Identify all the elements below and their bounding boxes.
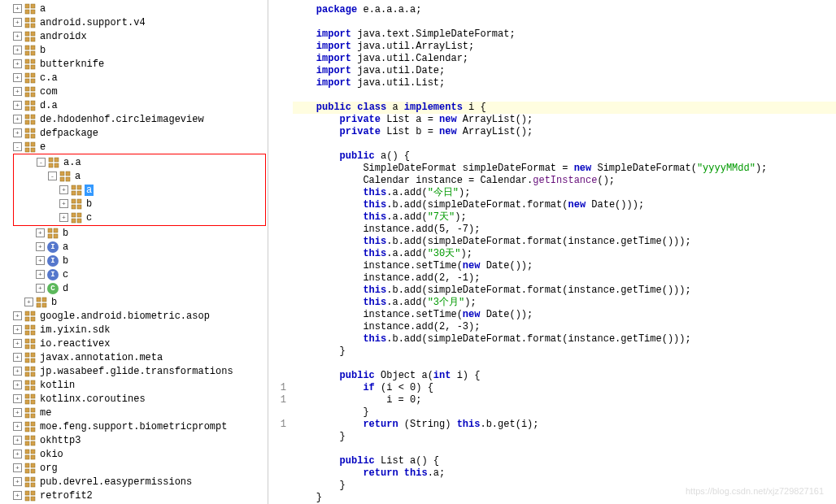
svg-rect-120 <box>25 477 29 481</box>
package-icon <box>24 366 36 377</box>
tree-item[interactable]: +butterknife <box>2 57 266 71</box>
tree-toggle-icon[interactable]: + <box>36 228 45 237</box>
tree-toggle-icon[interactable]: + <box>13 436 22 445</box>
code-gutter: 111 <box>268 0 293 504</box>
package-icon <box>24 435 36 446</box>
tree-item[interactable]: +b <box>14 197 265 211</box>
svg-rect-52 <box>72 185 76 189</box>
tree-toggle-icon[interactable]: + <box>13 450 22 458</box>
code-editor-panel[interactable]: 111 package e.a.a.a.a; import java.text.… <box>268 0 836 504</box>
tree-toggle-icon[interactable]: + <box>13 408 22 417</box>
tree-item[interactable]: +okhttp3 <box>2 433 266 447</box>
tree-item[interactable]: +a <box>2 2 266 15</box>
tree-toggle-icon[interactable]: + <box>13 87 22 96</box>
tree-item[interactable]: +com <box>2 85 266 98</box>
tree-item[interactable]: +Ib <box>2 254 266 267</box>
tree-item[interactable]: +de.hdodenhof.circleimageview <box>2 112 266 126</box>
tree-toggle-icon[interactable]: + <box>13 4 22 13</box>
code-line: this.b.add(simpleDateFormat.format(insta… <box>293 285 836 297</box>
code-line: } <box>293 431 836 443</box>
tree-toggle-icon[interactable]: + <box>13 115 22 124</box>
tree-item-label: jp.wasabeef.glide.transformations <box>38 366 235 377</box>
code-area[interactable]: package e.a.a.a.a; import java.text.Simp… <box>293 0 836 504</box>
tree-toggle-icon[interactable]: + <box>13 46 22 54</box>
tree-item[interactable]: +im.yixin.sdk <box>2 323 266 337</box>
svg-rect-59 <box>77 205 81 209</box>
svg-rect-101 <box>31 408 35 412</box>
tree-toggle-icon[interactable]: + <box>13 422 22 431</box>
tree-toggle-icon[interactable]: + <box>59 185 68 194</box>
tree-item[interactable]: +android.support.v4 <box>2 15 266 29</box>
tree-toggle-icon[interactable]: - <box>13 142 22 151</box>
tree-item[interactable]: -a.a <box>14 155 265 169</box>
package-tree-panel[interactable]: +a+android.support.v4+androidx+b+butterk… <box>0 0 268 504</box>
tree-toggle-icon[interactable]: - <box>48 172 57 180</box>
tree-toggle-icon[interactable]: + <box>13 491 22 500</box>
svg-rect-35 <box>31 120 35 124</box>
tree-toggle-icon[interactable]: + <box>13 367 22 376</box>
tree-item[interactable]: +okio <box>2 447 266 461</box>
tree-item[interactable]: +pub.devrel.easypermissions <box>2 475 266 489</box>
tree-toggle-icon[interactable]: + <box>13 73 22 82</box>
tree-toggle-icon[interactable]: + <box>13 394 22 403</box>
tree-toggle-icon[interactable]: + <box>13 477 22 486</box>
tree-item[interactable]: +a <box>14 183 265 197</box>
tree-item[interactable]: +jp.wasabeef.glide.transformations <box>2 364 266 378</box>
svg-rect-3 <box>31 10 35 14</box>
tree-toggle-icon[interactable]: + <box>13 59 22 68</box>
tree-toggle-icon[interactable]: + <box>13 32 22 41</box>
tree-item[interactable]: +me <box>2 406 266 419</box>
svg-rect-125 <box>31 491 35 495</box>
tree-item-label: moe.feng.support.biometricprompt <box>38 421 229 432</box>
tree-item[interactable]: +Ic <box>2 267 266 281</box>
tree-item-label: b <box>50 297 59 308</box>
tree-item[interactable]: +javax.annotation.meta <box>2 350 266 364</box>
tree-item[interactable]: +defpackage <box>2 126 266 140</box>
svg-rect-25 <box>31 87 35 91</box>
tree-item[interactable]: +Ia <box>2 240 266 254</box>
tree-item-label: okio <box>38 449 65 460</box>
code-line: instance.setTime(new Date()); <box>293 260 836 272</box>
tree-item[interactable]: +Cd <box>2 281 266 295</box>
tree-toggle-icon[interactable]: + <box>24 298 33 306</box>
tree-item[interactable]: +b <box>2 43 266 57</box>
tree-toggle-icon[interactable]: + <box>13 463 22 472</box>
tree-toggle-icon[interactable]: + <box>36 270 45 279</box>
tree-item[interactable]: +d.a <box>2 98 266 112</box>
tree-toggle-icon[interactable]: + <box>36 256 45 265</box>
tree-toggle-icon[interactable]: + <box>36 284 45 293</box>
tree-item-label: kotlinx.coroutines <box>38 393 147 405</box>
tree-item[interactable]: -e <box>2 140 266 154</box>
code-line: package e.a.a.a.a; <box>293 4 836 16</box>
code-line: import java.util.List; <box>293 77 836 89</box>
tree-toggle-icon[interactable]: + <box>36 242 45 251</box>
tree-toggle-icon[interactable]: + <box>13 325 22 334</box>
tree-toggle-icon[interactable]: + <box>13 128 22 137</box>
tree-item[interactable]: -a <box>14 169 265 183</box>
tree-toggle-icon[interactable]: + <box>13 353 22 362</box>
tree-item[interactable]: +b <box>2 226 266 240</box>
tree-item[interactable]: +b <box>2 295 266 309</box>
code-line: import java.util.Calendar; <box>293 53 836 65</box>
tree-item[interactable]: +androidx <box>2 29 266 43</box>
tree-toggle-icon[interactable]: + <box>59 213 68 222</box>
tree-item[interactable]: +google.android.biometric.asop <box>2 309 266 323</box>
code-line: private List a = new ArrayList(); <box>293 114 836 126</box>
tree-toggle-icon[interactable]: + <box>13 380 22 389</box>
tree-toggle-icon[interactable]: + <box>59 199 68 208</box>
tree-item[interactable]: +org <box>2 461 266 475</box>
tree-item[interactable]: +kotlinx.coroutines <box>2 392 266 406</box>
tree-item[interactable]: +c.a <box>2 71 266 85</box>
tree-item[interactable]: +io.reactivex <box>2 337 266 350</box>
tree-toggle-icon[interactable]: + <box>13 101 22 110</box>
tree-item[interactable]: +retrofit2 <box>2 489 266 502</box>
tree-toggle-icon[interactable]: - <box>37 158 46 167</box>
tree-item[interactable]: +c <box>14 211 265 224</box>
tree-toggle-icon[interactable]: + <box>13 18 22 27</box>
svg-rect-29 <box>31 101 35 105</box>
tree-toggle-icon[interactable]: + <box>13 339 22 348</box>
tree-item[interactable]: +moe.feng.support.biometricprompt <box>2 419 266 433</box>
tree-item[interactable]: +kotlin <box>2 378 266 392</box>
tree-toggle-icon[interactable]: + <box>13 311 22 320</box>
code-line: public a() { <box>293 150 836 163</box>
